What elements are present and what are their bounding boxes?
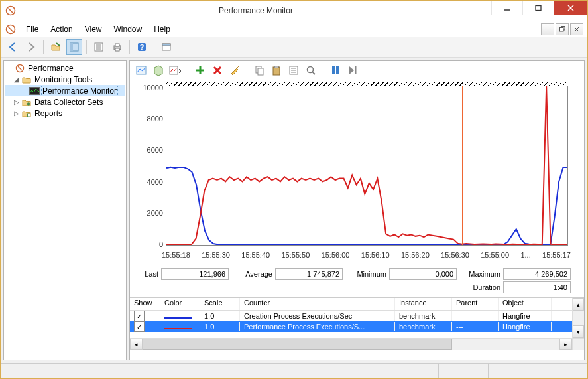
window-buttons (491, 1, 587, 21)
minimize-button[interactable] (491, 1, 522, 15)
print-button[interactable] (109, 39, 125, 55)
svg-rect-47 (332, 66, 335, 74)
stat-dur-value: 1:40 (503, 281, 571, 293)
show-checkbox[interactable]: ✓ (134, 321, 145, 332)
delete-counter-button[interactable] (210, 63, 225, 78)
col-object[interactable]: Object (499, 298, 552, 310)
svg-line-46 (313, 72, 316, 75)
window-title: Performance Monitor (21, 6, 491, 15)
scroll-down-icon[interactable]: ▾ (573, 325, 584, 338)
stat-max-value: 4 269,502 (503, 268, 571, 280)
svg-rect-25 (162, 44, 170, 46)
mdi-minimize-button[interactable] (541, 23, 554, 35)
chart-area[interactable]: 10000 8000 6000 4000 2000 0 15:55:18 (130, 80, 584, 265)
col-counter[interactable]: Counter (240, 298, 395, 310)
svg-rect-48 (336, 66, 339, 74)
table-hscroll[interactable]: ◂ ▸ (130, 338, 584, 350)
show-checkbox[interactable]: ✓ (134, 311, 145, 321)
perf-root-icon (15, 64, 25, 73)
x-axis-ticks: 15:55:18 15:55:30 15:55:40 15:55:50 15:5… (162, 251, 571, 259)
content-pane: 10000 8000 6000 4000 2000 0 15:55:18 (129, 60, 585, 360)
menu-help[interactable]: Help (148, 23, 176, 35)
svg-text:?: ? (140, 43, 145, 51)
back-button[interactable] (5, 39, 21, 55)
tree-item-monitoring-tools[interactable]: ◢ Monitoring Tools (5, 74, 125, 85)
tree-item-reports[interactable]: ▷ Reports (5, 108, 125, 119)
maximize-button[interactable] (522, 1, 554, 15)
view-log-button[interactable] (151, 63, 166, 78)
menu-view[interactable]: View (80, 23, 107, 35)
table-row[interactable]: ✓1,0Creation Process Executions/Secbench… (130, 311, 572, 321)
stat-avg-value: 1 745,872 (275, 268, 343, 280)
col-color[interactable]: Color (160, 298, 200, 310)
stat-max-label: Maximum (461, 270, 500, 278)
add-counter-button[interactable] (193, 63, 207, 78)
mdi-close-button[interactable] (570, 23, 583, 35)
expand-icon[interactable]: ▷ (12, 98, 21, 106)
scroll-right-icon[interactable]: ▸ (559, 339, 572, 350)
scroll-left-icon[interactable]: ◂ (130, 339, 143, 350)
col-scale[interactable]: Scale (200, 298, 240, 310)
menu-file[interactable]: File (21, 23, 44, 35)
col-show[interactable]: Show (130, 298, 160, 310)
monitor-view: 10000 8000 6000 4000 2000 0 15:55:18 (130, 80, 584, 360)
stat-dur-label: Duration (461, 283, 500, 291)
copy-props-button[interactable] (252, 63, 266, 78)
help-button[interactable]: ? (134, 39, 150, 55)
chart-props-button[interactable] (286, 63, 301, 78)
highlight-button[interactable] (227, 63, 242, 78)
tree-root[interactable]: Performance (5, 62, 125, 74)
new-window-button[interactable] (158, 39, 174, 55)
tree-root-label: Performance (27, 64, 75, 73)
col-instance[interactable]: Instance (395, 298, 452, 310)
update-data-button[interactable] (345, 63, 360, 78)
table-vscroll[interactable]: ▴ ▾ (572, 298, 584, 338)
color-swatch (164, 317, 192, 319)
paste-button[interactable] (269, 63, 284, 78)
scroll-up-icon[interactable]: ▴ (573, 298, 584, 311)
stat-avg-label: Average (233, 270, 272, 278)
properties-button[interactable] (91, 39, 107, 55)
main-toolbar: ? (1, 37, 587, 58)
menu-window[interactable]: Window (109, 23, 148, 35)
statusbar (1, 363, 587, 378)
table-row[interactable]: ✓1,0Performance Process Executions/S...b… (130, 321, 572, 332)
object-cell: Hangfire (499, 311, 552, 321)
view-current-button[interactable] (134, 63, 148, 78)
forward-button[interactable] (23, 39, 39, 55)
chart-toolbar (130, 61, 584, 80)
instance-cell: benchmark (395, 322, 452, 331)
app-icon (1, 5, 21, 16)
expand-icon[interactable]: ▷ (12, 110, 21, 117)
navigation-tree[interactable]: Performance ◢ Monitoring Tools Performan… (3, 60, 127, 360)
show-hide-tree-button[interactable] (48, 39, 64, 55)
svg-line-7 (9, 27, 13, 31)
toggle-action-pane-button[interactable] (66, 39, 82, 55)
mdi-restore-button[interactable] (556, 23, 569, 35)
scroll-thumb[interactable] (143, 339, 452, 350)
titlebar: Performance Monitor (1, 1, 587, 21)
col-parent[interactable]: Parent (452, 298, 499, 310)
tree-item-data-collector-sets[interactable]: ▷ Data Collector Sets (5, 96, 125, 108)
tree-item-performance-monitor[interactable]: Performance Monitor (5, 85, 125, 96)
close-button[interactable] (554, 1, 587, 15)
folder-icon (21, 76, 32, 84)
stat-min-label: Minimum (347, 270, 386, 278)
svg-rect-21 (115, 48, 119, 51)
color-swatch (164, 328, 192, 329)
time-marker (462, 86, 463, 245)
perfmon-icon (29, 87, 40, 95)
chart-type-button[interactable] (168, 63, 183, 78)
freeze-button[interactable] (328, 63, 343, 78)
zoom-button[interactable] (304, 63, 318, 78)
svg-marker-49 (349, 66, 354, 74)
menu-action[interactable]: Action (45, 23, 78, 35)
svg-rect-30 (28, 114, 30, 117)
scale-cell: 1,0 (200, 322, 240, 331)
collapse-icon[interactable]: ◢ (12, 76, 21, 83)
stat-last-label: Last (119, 270, 158, 278)
instance-cell: benchmark (395, 311, 452, 321)
counter-table: Show Color Scale Counter Instance Parent… (130, 297, 584, 350)
svg-point-29 (27, 102, 30, 105)
scale-cell: 1,0 (200, 311, 240, 321)
